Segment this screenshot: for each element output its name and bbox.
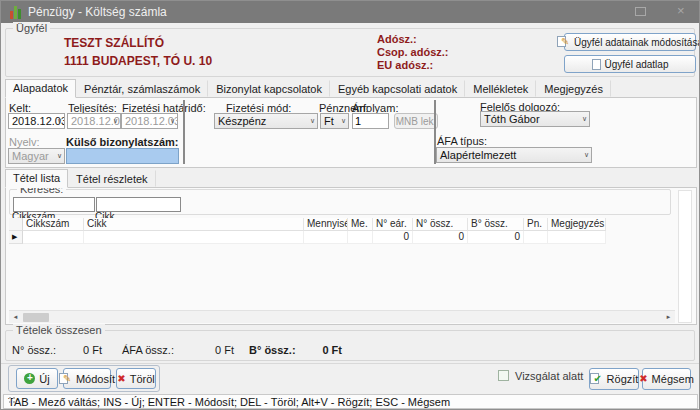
vizsgalat-alatt-label: Vizsgálat alatt xyxy=(515,370,583,382)
customer-edit-button[interactable]: ✎ Ügyfél adatainak módosítása xyxy=(564,33,696,51)
form-divider xyxy=(183,100,185,164)
cell-me xyxy=(348,231,373,244)
tax-number-label: Adósz.: xyxy=(377,33,417,45)
col-header-netto-egysegar[interactable]: N° eár. xyxy=(373,218,413,231)
item-tabstrip: Tétel lista Tétel részletek xyxy=(5,171,156,187)
grid-header-row: Cikkszám Cikk Mennyiség Me. N° eár. N° ö… xyxy=(9,218,675,231)
customer-datasheet-button-label: Ügyfél adatlap xyxy=(605,59,669,70)
scroll-right-icon[interactable]: ► xyxy=(662,311,675,324)
col-header-mennyiseg[interactable]: Mennyiség xyxy=(304,218,348,231)
save-button-label: Rögzít xyxy=(607,373,639,385)
penznem-combo[interactable]: Ft∨ xyxy=(320,113,349,129)
afa-tipus-combo[interactable]: Alapértelmezett∨ xyxy=(436,147,592,163)
teljesites-date-combo[interactable]: 2018.12.03.∨ xyxy=(67,113,121,129)
customer-groupbox: Ügyfél TESZT SZÁLLÍTÓ 1111 BUDAPEST, TÓ … xyxy=(5,28,695,77)
cell-penznem xyxy=(524,231,548,244)
mnb-fetch-button[interactable]: MNB lek. xyxy=(394,113,438,129)
item-list-pane: Keresés: Cikkszám Cikk Cikkszám Cikk Men… xyxy=(5,187,697,325)
tab-egyeb-kapcsolati-adatok[interactable]: Egyéb kapcsolati adatok xyxy=(330,80,465,97)
totals-group-label: Tételek összesen xyxy=(13,324,105,336)
col-header-cikkszam[interactable]: Cikkszám xyxy=(23,218,84,231)
col-header-megjegyzes[interactable]: Megjegyzés xyxy=(548,218,606,231)
close-button[interactable]: × xyxy=(677,3,685,18)
basic-data-pane: Kelt: 2018.12.03.∨ Teljesítés: 2018.12.0… xyxy=(5,97,697,168)
arfolyam-input[interactable] xyxy=(352,113,389,129)
cell-netto-osszeg: 0 xyxy=(413,231,468,244)
tab-tetel-lista[interactable]: Tétel lista xyxy=(5,169,68,188)
totals-groupbox: Tételek összesen N° össz.: 0 Ft ÁFA össz… xyxy=(5,330,695,361)
tab-bizonylat-kapcsolatok[interactable]: Bizonylat kapcsolatok xyxy=(208,80,330,97)
chevron-down-icon: ∨ xyxy=(57,152,62,160)
save-button[interactable]: ✔ Rögzít xyxy=(589,368,639,390)
delete-button[interactable]: ✖ Töröl xyxy=(116,368,156,389)
delete-icon: ✖ xyxy=(117,374,125,384)
new-button[interactable]: + Új xyxy=(16,368,58,389)
col-header-cikk[interactable]: Cikk xyxy=(84,218,304,231)
grid-vertical-scrollbar[interactable] xyxy=(678,190,692,323)
customer-name: TESZT SZÁLLÍTÓ xyxy=(64,36,164,50)
chevron-down-icon: ∨ xyxy=(113,117,118,125)
col-header-netto-osszeg[interactable]: N° össz. xyxy=(413,218,468,231)
col-header-penznem[interactable]: Pn. xyxy=(524,218,548,231)
tab-mellekletek[interactable]: Mellékletek xyxy=(465,80,536,97)
vizsgalat-alatt-checkbox[interactable] xyxy=(498,370,509,381)
afa-tipus-label: ÁFA típus: xyxy=(437,135,487,147)
grid-horizontal-scrollbar[interactable]: ◄ ► xyxy=(9,310,675,323)
table-row[interactable]: ▶ 0 0 0 xyxy=(9,231,675,244)
edit-icon: ✎ xyxy=(557,36,570,48)
maximize-button[interactable] xyxy=(635,7,646,16)
fizetesi-mod-combo[interactable]: Készpénz∨ xyxy=(214,113,318,129)
modify-button-label: Módosít xyxy=(76,373,115,385)
tab-alapadatok[interactable]: Alapadatok xyxy=(5,79,76,98)
chevron-down-icon: ∨ xyxy=(170,117,175,125)
tab-tetel-reszletek[interactable]: Tétel részletek xyxy=(68,170,156,187)
cell-netto-egysegar: 0 xyxy=(373,231,413,244)
afa-total-label: ÁFA össz.: xyxy=(122,344,174,356)
kelt-date-combo[interactable]: 2018.12.03.∨ xyxy=(8,113,65,129)
app-window: Pénzügy - Költség számla × Ügyfél TESZT … xyxy=(0,0,700,410)
plus-icon: + xyxy=(24,373,35,384)
afa-total-value: 0 Ft xyxy=(174,344,234,356)
col-header-me[interactable]: Me. xyxy=(348,218,373,231)
statusbar-text: TAB - Mező váltás; INS - Új; ENTER - Mód… xyxy=(8,396,450,408)
main-tabstrip: Alapadatok Pénztár, számlaszámok Bizonyl… xyxy=(5,81,611,97)
fizetesi-hatarido-date-combo[interactable]: 2018.12.03.∨ xyxy=(121,113,178,129)
edit-icon: ✎ xyxy=(59,373,72,385)
kulso-bizonylatszam-label: Külső bizonylatszám: xyxy=(66,136,178,148)
group-tax-number-label: Csop. adósz.: xyxy=(377,46,449,58)
scrollbar-thumb[interactable] xyxy=(23,313,49,322)
search-cikk-input[interactable] xyxy=(96,197,181,212)
cell-megjegyzes xyxy=(548,231,606,244)
modify-button[interactable]: ✎ Módosít xyxy=(63,368,111,389)
cancel-button-label: Mégsem xyxy=(652,373,694,385)
app-icon xyxy=(10,5,24,19)
search-cikkszam-input[interactable] xyxy=(13,197,95,212)
cell-mennyiseg xyxy=(304,231,348,244)
kulso-bizonylatszam-input[interactable] xyxy=(66,148,179,164)
customer-edit-button-label: Ügyfél adatainak módosítása xyxy=(574,37,700,48)
nyelv-combo[interactable]: Magyar∨ xyxy=(8,148,65,164)
chevron-down-icon: ∨ xyxy=(582,115,587,123)
chevron-down-icon: ∨ xyxy=(57,117,62,125)
save-check-icon: ✔ xyxy=(590,373,603,385)
brutto-total-value: 0 Ft xyxy=(286,344,342,356)
tab-megjegyzes[interactable]: Megjegyzés xyxy=(536,80,611,97)
customer-datasheet-button[interactable]: Ügyfél adatlap xyxy=(564,55,696,73)
titlebar[interactable]: Pénzügy - Költség számla × xyxy=(1,1,699,23)
resize-grip[interactable] xyxy=(8,396,16,404)
scroll-left-icon[interactable]: ◄ xyxy=(9,311,22,324)
chevron-down-icon: ∨ xyxy=(584,151,589,159)
cell-brutto-osszeg: 0 xyxy=(468,231,524,244)
cancel-button[interactable]: ✖ Mégsem xyxy=(642,368,691,390)
cell-cikk xyxy=(84,231,304,244)
tab-penztar-szamlaszamok[interactable]: Pénztár, számlaszámok xyxy=(76,80,208,97)
cancel-icon: ✖ xyxy=(639,374,647,384)
chevron-down-icon: ∨ xyxy=(341,117,346,125)
eu-tax-number-label: EU adósz.: xyxy=(377,59,433,71)
window-title: Pénzügy - Költség számla xyxy=(28,5,167,19)
felelos-dolgozo-combo[interactable]: Tóth Gábor∨ xyxy=(480,111,590,127)
bottom-divider xyxy=(1,363,700,364)
netto-total-value: 0 Ft xyxy=(42,344,102,356)
nyelv-label: Nyelv: xyxy=(9,136,40,148)
col-header-brutto-osszeg[interactable]: B° össz. xyxy=(468,218,524,231)
